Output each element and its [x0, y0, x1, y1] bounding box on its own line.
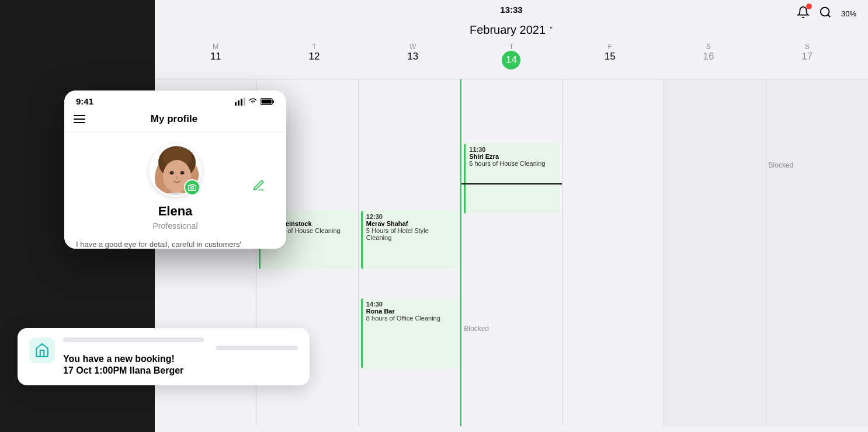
- profile-name: Elena: [76, 204, 275, 219]
- day-col-M: M 11: [166, 43, 265, 69]
- svg-rect-5: [244, 97, 245, 106]
- svg-rect-7: [262, 99, 272, 103]
- iphone-status-icons: [235, 97, 275, 106]
- day-col-T1: T 12: [265, 43, 364, 69]
- ipad-time: 13:33: [500, 5, 522, 15]
- profile-bio: I have a good eye for detail, careful in…: [76, 235, 275, 249]
- day-col-T2-today: T 14: [462, 43, 561, 69]
- day-col-S1: S 16: [659, 43, 758, 69]
- ipad-status-bar: 13:33 30%: [155, 0, 868, 21]
- notification-card: You have a new booking! 17 Oct 1:00PM Il…: [18, 328, 310, 385]
- battery-text: 30%: [841, 9, 856, 18]
- notif-placeholder-bar1: [63, 337, 204, 342]
- notif-placeholder-bar2: [216, 346, 298, 350]
- svg-point-0: [821, 8, 829, 16]
- profile-avatar-section: Elena Professional I have a good eye for…: [76, 144, 275, 249]
- month-label: February 2021: [470, 23, 546, 37]
- calendar-days-header: M 11 T 12 W 13 T 14 F 15 S 16: [166, 43, 856, 73]
- calendar-col-13: 12:30 Merav Shahaf 5 Hours of Hotel Styl…: [359, 79, 460, 426]
- calendar-col-16: [664, 79, 766, 426]
- home-cleaning-icon: [34, 343, 50, 358]
- calendar-col-17: Blocked: [766, 79, 868, 426]
- profile-avatar-wrap: [149, 144, 202, 197]
- day-col-F: F 15: [561, 43, 659, 69]
- bell-badge: [806, 4, 812, 9]
- iphone-time: 9:41: [76, 96, 93, 106]
- svg-rect-2: [235, 102, 237, 106]
- day-col-S2: S 17: [758, 43, 856, 69]
- iphone-nav: My profile: [64, 110, 286, 133]
- svg-rect-3: [238, 100, 239, 106]
- camera-button[interactable]: [184, 179, 200, 196]
- blocked-label-sun: Blocked: [769, 161, 794, 169]
- svg-point-14: [180, 171, 185, 175]
- edit-pencil-icon[interactable]: [252, 179, 265, 194]
- chevron-down-icon[interactable]: ˅: [549, 26, 553, 35]
- notification-app-icon: [29, 337, 55, 363]
- iphone-frame: 9:41: [64, 90, 286, 249]
- wifi-icon: [248, 97, 258, 106]
- svg-rect-4: [241, 99, 242, 106]
- profile-content: Elena Professional I have a good eye for…: [64, 133, 286, 249]
- iphone-status-bar: 9:41: [64, 90, 286, 110]
- svg-point-15: [176, 177, 178, 179]
- svg-line-1: [828, 15, 830, 17]
- calendar-header: February 2021 ˅ M 11 T 12 W 13 T 14 F: [155, 21, 868, 79]
- day-col-W: W 13: [363, 43, 462, 69]
- svg-point-18: [191, 186, 194, 189]
- svg-rect-8: [273, 100, 275, 103]
- calendar-col-14: 11:30 Shiri Ezra 6 hours of House Cleani…: [460, 79, 562, 426]
- event-merav-shahaf[interactable]: 12:30 Merav Shahaf 5 Hours of Hotel Styl…: [361, 211, 457, 269]
- calendar-col-15: [563, 79, 664, 426]
- hamburger-menu-icon[interactable]: [74, 115, 85, 123]
- bell-icon-wrap[interactable]: [797, 6, 810, 21]
- camera-icon: [188, 183, 196, 191]
- event-rona-bar[interactable]: 14:30 Rona Bar 8 hours of Office Cleanin…: [361, 298, 457, 368]
- time-indicator: [461, 183, 561, 184]
- month-row: February 2021 ˅: [166, 21, 856, 37]
- notification-title: You have a new booking!: [63, 354, 298, 364]
- profile-role: Professional: [76, 221, 275, 231]
- svg-point-13: [170, 171, 174, 175]
- blocked-label-thu-bottom: Blocked: [464, 325, 489, 333]
- signal-icon: [235, 97, 245, 106]
- event-shiri-ezra[interactable]: 11:30 Shiri Ezra 6 hours of House Cleani…: [464, 144, 559, 214]
- battery-icon: [261, 97, 275, 106]
- notification-text: You have a new booking! 17 Oct 1:00PM Il…: [63, 337, 298, 376]
- notification-subtitle: 17 Oct 1:00PM Ilana Berger: [63, 365, 298, 376]
- iphone-nav-title: My profile: [151, 113, 197, 125]
- ipad-top-right-icons: 30%: [797, 6, 856, 21]
- search-icon[interactable]: [819, 6, 832, 21]
